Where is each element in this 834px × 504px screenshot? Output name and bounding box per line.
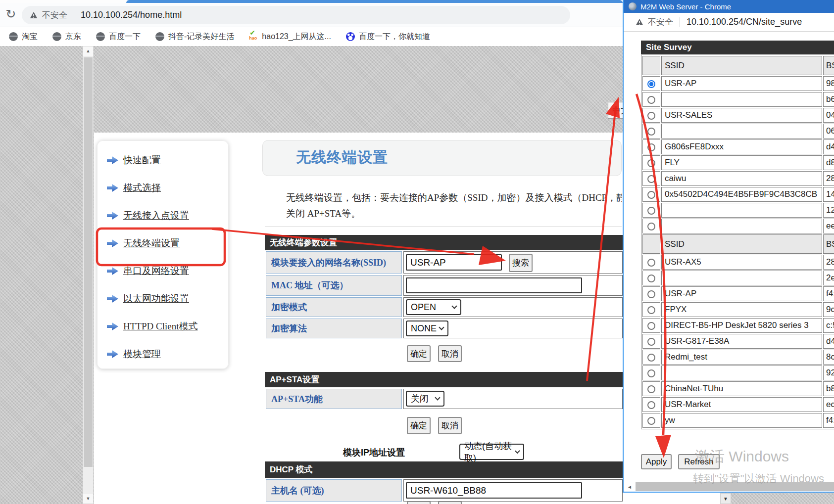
radio-button-icon[interactable] — [647, 80, 655, 88]
cancel-button[interactable]: 取消 — [438, 501, 462, 504]
menu-item-label: 无线终端设置 — [123, 237, 180, 250]
sidebar-menu-item[interactable]: 无线终端设置 — [107, 237, 197, 250]
search-button[interactable]: 搜索 — [509, 254, 533, 272]
right-frame-scroll-down-icon[interactable]: ▼ — [720, 493, 731, 504]
radio-cell[interactable] — [642, 271, 660, 285]
ok-button[interactable]: 确定 — [407, 417, 431, 434]
radio-button-icon[interactable] — [647, 338, 655, 346]
radio-button-icon[interactable] — [647, 207, 655, 215]
apply-button[interactable]: Apply — [641, 454, 672, 469]
radio-cell[interactable] — [642, 366, 660, 380]
apsta-value: 关闭 — [411, 393, 429, 405]
ssid-input[interactable] — [406, 254, 502, 271]
radio-button-icon[interactable] — [647, 369, 655, 377]
sidebar-menu-item[interactable]: 快速配置 — [107, 154, 197, 167]
hostname-input[interactable] — [406, 482, 582, 499]
radio-cell[interactable] — [642, 350, 660, 365]
encryption-alg-value: NONE — [411, 323, 437, 334]
bookmark-item[interactable]: 百度一下 — [96, 32, 141, 42]
bookmark-item[interactable]: 百度一下，你就知道 — [346, 32, 430, 42]
cancel-button[interactable]: 取消 — [438, 417, 462, 434]
bssid-cell: BS — [823, 234, 834, 254]
radio-button-icon[interactable] — [647, 112, 655, 120]
survey-row: 06 — [642, 124, 834, 138]
ssid-cell: USR-AP — [661, 286, 822, 301]
radio-button-icon[interactable] — [647, 96, 655, 104]
radio-button-icon[interactable] — [647, 259, 655, 267]
radio-button-icon[interactable] — [647, 306, 655, 314]
radio-button-icon[interactable] — [647, 175, 655, 183]
encryption-mode-select[interactable]: OPEN — [406, 299, 461, 315]
cancel-button[interactable]: 取消 — [438, 345, 462, 362]
ip-mode-select[interactable]: 动态(自动获取) — [459, 444, 524, 460]
radio-cell[interactable] — [642, 203, 660, 218]
url-text: 10.10.100.254/CN/site_surve — [687, 17, 802, 27]
radio-button-icon[interactable] — [647, 143, 655, 151]
radio-button-icon[interactable] — [647, 290, 655, 298]
popup-title-bar[interactable]: M2M Web Server - Chrome — [624, 0, 834, 13]
sidebar-menu-item[interactable]: 无线接入点设置 — [107, 209, 197, 222]
ssid-cell: DIRECT-B5-HP DeskJet 5820 series 3 — [661, 318, 822, 333]
radio-cell[interactable] — [642, 334, 660, 349]
radio-cell[interactable] — [642, 286, 660, 301]
radio-button-icon[interactable] — [647, 128, 655, 136]
radio-cell[interactable] — [642, 397, 660, 412]
radio-cell[interactable] — [642, 318, 660, 333]
ok-button[interactable]: 确定 — [407, 345, 431, 362]
radio-cell[interactable] — [642, 56, 660, 75]
radio-cell[interactable] — [642, 187, 660, 202]
mac-label: MAC 地址（可选） — [266, 275, 402, 296]
scroll-down-icon[interactable]: ▼ — [83, 494, 93, 504]
radio-button-icon[interactable] — [647, 275, 655, 282]
radio-button-icon[interactable] — [647, 385, 655, 393]
radio-button-icon[interactable] — [647, 354, 655, 362]
radio-button-icon[interactable] — [647, 417, 655, 425]
sidebar-menu-item[interactable]: 模块管理 — [107, 348, 197, 361]
address-divider — [74, 10, 74, 20]
reload-icon[interactable]: ↻ — [4, 6, 18, 21]
apsta-select[interactable]: 关闭 — [406, 391, 444, 407]
radio-button-icon[interactable] — [647, 191, 655, 199]
radio-cell[interactable] — [642, 255, 660, 270]
radio-cell[interactable] — [642, 155, 660, 170]
bookmark-item[interactable]: 京东 — [52, 32, 81, 42]
sidebar-menu-item[interactable]: 串口及网络设置 — [107, 265, 197, 277]
left-frame-scrollbar[interactable]: ▲ ▼ — [83, 46, 94, 504]
sidebar-menu-item[interactable]: HTTPD Client模式 — [107, 320, 197, 333]
hscroll-left-icon[interactable]: ◄ — [625, 483, 634, 492]
bookmark-favicon-icon — [249, 32, 258, 41]
ok-button[interactable]: 确定 — [407, 501, 431, 504]
scrollbar-thumb[interactable] — [84, 57, 93, 467]
radio-button-icon[interactable] — [647, 159, 655, 167]
radio-cell[interactable] — [642, 108, 660, 123]
bookmark-item[interactable]: 淘宝 — [9, 32, 38, 42]
mac-input[interactable] — [406, 277, 582, 293]
radio-button-icon[interactable] — [647, 223, 655, 230]
survey-row: USR-AP f4: — [642, 286, 834, 301]
sidebar-menu-item[interactable]: 模式选择 — [107, 182, 197, 194]
radio-cell[interactable] — [642, 219, 660, 233]
bookmark-item[interactable]: hao123_上网从这... — [249, 32, 331, 42]
page-description-line2: 关闭 AP+STA等。 — [286, 207, 622, 220]
sidebar-menu-item[interactable]: 以太网功能设置 — [107, 292, 197, 305]
encryption-alg-select[interactable]: NONE — [406, 321, 448, 336]
radio-cell[interactable] — [642, 302, 660, 317]
insecure-warning-icon — [30, 11, 38, 19]
radio-cell[interactable] — [642, 139, 660, 154]
radio-cell[interactable] — [642, 124, 660, 138]
radio-cell[interactable] — [642, 234, 660, 254]
popup-address-bar[interactable]: 不安全 10.10.100.254/CN/site_surve — [624, 13, 834, 32]
radio-button-icon[interactable] — [647, 401, 655, 409]
bookmark-item[interactable]: 抖音-记录美好生活 — [155, 32, 234, 42]
radio-cell[interactable] — [642, 171, 660, 186]
radio-cell[interactable] — [642, 92, 660, 107]
radio-button-icon[interactable] — [647, 322, 655, 330]
bssid-cell: 8c — [823, 350, 834, 365]
address-bar[interactable]: 不安全 10.10.100.254/home.html — [22, 6, 570, 24]
radio-cell[interactable] — [642, 381, 660, 396]
bssid-cell: 06 — [823, 124, 834, 138]
radio-cell[interactable] — [642, 413, 660, 428]
menu-arrow-icon — [107, 350, 118, 358]
radio-cell[interactable] — [642, 76, 660, 91]
scroll-up-icon[interactable]: ▲ — [83, 46, 93, 56]
